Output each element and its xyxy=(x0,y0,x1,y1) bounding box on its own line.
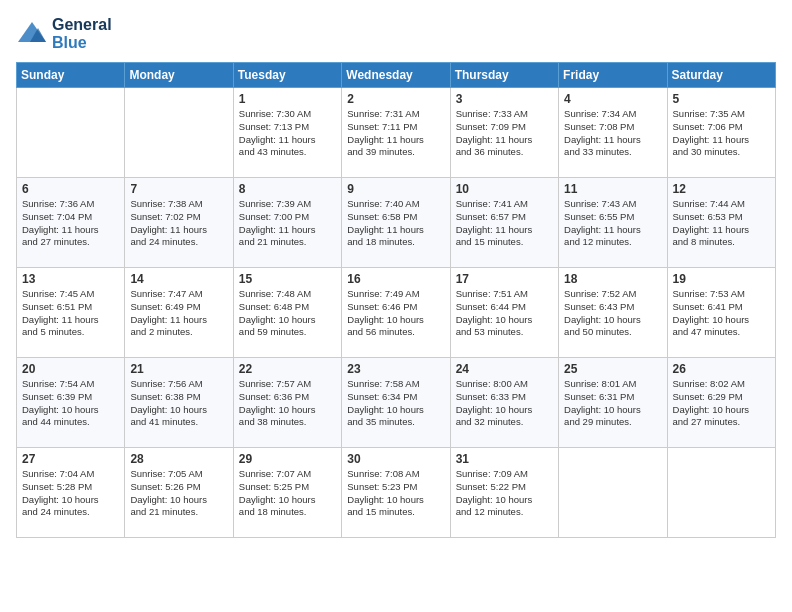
calendar-cell: 12Sunrise: 7:44 AM Sunset: 6:53 PM Dayli… xyxy=(667,178,775,268)
week-row-1: 1Sunrise: 7:30 AM Sunset: 7:13 PM Daylig… xyxy=(17,88,776,178)
day-info: Sunrise: 7:33 AM Sunset: 7:09 PM Dayligh… xyxy=(456,108,553,159)
calendar-header-row: SundayMondayTuesdayWednesdayThursdayFrid… xyxy=(17,63,776,88)
day-info: Sunrise: 7:34 AM Sunset: 7:08 PM Dayligh… xyxy=(564,108,661,159)
day-info: Sunrise: 7:40 AM Sunset: 6:58 PM Dayligh… xyxy=(347,198,444,249)
day-info: Sunrise: 7:31 AM Sunset: 7:11 PM Dayligh… xyxy=(347,108,444,159)
day-number: 5 xyxy=(673,92,770,106)
day-number: 19 xyxy=(673,272,770,286)
day-number: 24 xyxy=(456,362,553,376)
calendar-cell: 18Sunrise: 7:52 AM Sunset: 6:43 PM Dayli… xyxy=(559,268,667,358)
day-info: Sunrise: 7:07 AM Sunset: 5:25 PM Dayligh… xyxy=(239,468,336,519)
day-number: 25 xyxy=(564,362,661,376)
calendar-cell: 1Sunrise: 7:30 AM Sunset: 7:13 PM Daylig… xyxy=(233,88,341,178)
logo-text: General Blue xyxy=(52,16,112,52)
day-info: Sunrise: 7:47 AM Sunset: 6:49 PM Dayligh… xyxy=(130,288,227,339)
calendar-cell: 27Sunrise: 7:04 AM Sunset: 5:28 PM Dayli… xyxy=(17,448,125,538)
day-number: 29 xyxy=(239,452,336,466)
calendar-cell: 31Sunrise: 7:09 AM Sunset: 5:22 PM Dayli… xyxy=(450,448,558,538)
calendar-cell: 15Sunrise: 7:48 AM Sunset: 6:48 PM Dayli… xyxy=(233,268,341,358)
day-number: 30 xyxy=(347,452,444,466)
column-header-wednesday: Wednesday xyxy=(342,63,450,88)
day-info: Sunrise: 7:38 AM Sunset: 7:02 PM Dayligh… xyxy=(130,198,227,249)
day-number: 28 xyxy=(130,452,227,466)
day-info: Sunrise: 7:48 AM Sunset: 6:48 PM Dayligh… xyxy=(239,288,336,339)
column-header-sunday: Sunday xyxy=(17,63,125,88)
day-number: 22 xyxy=(239,362,336,376)
page-header: General Blue xyxy=(16,16,776,52)
calendar-cell: 11Sunrise: 7:43 AM Sunset: 6:55 PM Dayli… xyxy=(559,178,667,268)
calendar-cell: 5Sunrise: 7:35 AM Sunset: 7:06 PM Daylig… xyxy=(667,88,775,178)
week-row-2: 6Sunrise: 7:36 AM Sunset: 7:04 PM Daylig… xyxy=(17,178,776,268)
day-info: Sunrise: 7:51 AM Sunset: 6:44 PM Dayligh… xyxy=(456,288,553,339)
calendar-cell: 19Sunrise: 7:53 AM Sunset: 6:41 PM Dayli… xyxy=(667,268,775,358)
day-info: Sunrise: 7:36 AM Sunset: 7:04 PM Dayligh… xyxy=(22,198,119,249)
day-info: Sunrise: 7:58 AM Sunset: 6:34 PM Dayligh… xyxy=(347,378,444,429)
calendar-cell: 4Sunrise: 7:34 AM Sunset: 7:08 PM Daylig… xyxy=(559,88,667,178)
day-number: 16 xyxy=(347,272,444,286)
column-header-friday: Friday xyxy=(559,63,667,88)
week-row-5: 27Sunrise: 7:04 AM Sunset: 5:28 PM Dayli… xyxy=(17,448,776,538)
week-row-4: 20Sunrise: 7:54 AM Sunset: 6:39 PM Dayli… xyxy=(17,358,776,448)
day-info: Sunrise: 7:45 AM Sunset: 6:51 PM Dayligh… xyxy=(22,288,119,339)
day-number: 10 xyxy=(456,182,553,196)
day-number: 20 xyxy=(22,362,119,376)
calendar-cell xyxy=(559,448,667,538)
day-info: Sunrise: 7:05 AM Sunset: 5:26 PM Dayligh… xyxy=(130,468,227,519)
day-number: 1 xyxy=(239,92,336,106)
day-info: Sunrise: 8:02 AM Sunset: 6:29 PM Dayligh… xyxy=(673,378,770,429)
calendar-cell: 8Sunrise: 7:39 AM Sunset: 7:00 PM Daylig… xyxy=(233,178,341,268)
day-number: 26 xyxy=(673,362,770,376)
day-info: Sunrise: 7:09 AM Sunset: 5:22 PM Dayligh… xyxy=(456,468,553,519)
calendar-cell: 23Sunrise: 7:58 AM Sunset: 6:34 PM Dayli… xyxy=(342,358,450,448)
calendar-cell: 14Sunrise: 7:47 AM Sunset: 6:49 PM Dayli… xyxy=(125,268,233,358)
logo-icon xyxy=(16,20,48,48)
day-info: Sunrise: 8:01 AM Sunset: 6:31 PM Dayligh… xyxy=(564,378,661,429)
logo: General Blue xyxy=(16,16,112,52)
day-info: Sunrise: 7:30 AM Sunset: 7:13 PM Dayligh… xyxy=(239,108,336,159)
calendar-cell: 25Sunrise: 8:01 AM Sunset: 6:31 PM Dayli… xyxy=(559,358,667,448)
calendar-cell: 26Sunrise: 8:02 AM Sunset: 6:29 PM Dayli… xyxy=(667,358,775,448)
calendar-cell: 6Sunrise: 7:36 AM Sunset: 7:04 PM Daylig… xyxy=(17,178,125,268)
day-number: 3 xyxy=(456,92,553,106)
day-number: 12 xyxy=(673,182,770,196)
day-info: Sunrise: 7:54 AM Sunset: 6:39 PM Dayligh… xyxy=(22,378,119,429)
calendar-table: SundayMondayTuesdayWednesdayThursdayFrid… xyxy=(16,62,776,538)
day-number: 17 xyxy=(456,272,553,286)
day-info: Sunrise: 7:56 AM Sunset: 6:38 PM Dayligh… xyxy=(130,378,227,429)
day-info: Sunrise: 7:44 AM Sunset: 6:53 PM Dayligh… xyxy=(673,198,770,249)
day-number: 9 xyxy=(347,182,444,196)
day-info: Sunrise: 7:39 AM Sunset: 7:00 PM Dayligh… xyxy=(239,198,336,249)
calendar-cell: 28Sunrise: 7:05 AM Sunset: 5:26 PM Dayli… xyxy=(125,448,233,538)
week-row-3: 13Sunrise: 7:45 AM Sunset: 6:51 PM Dayli… xyxy=(17,268,776,358)
day-number: 6 xyxy=(22,182,119,196)
day-info: Sunrise: 8:00 AM Sunset: 6:33 PM Dayligh… xyxy=(456,378,553,429)
day-info: Sunrise: 7:35 AM Sunset: 7:06 PM Dayligh… xyxy=(673,108,770,159)
day-info: Sunrise: 7:43 AM Sunset: 6:55 PM Dayligh… xyxy=(564,198,661,249)
calendar-cell: 17Sunrise: 7:51 AM Sunset: 6:44 PM Dayli… xyxy=(450,268,558,358)
calendar-cell: 3Sunrise: 7:33 AM Sunset: 7:09 PM Daylig… xyxy=(450,88,558,178)
day-number: 15 xyxy=(239,272,336,286)
day-number: 14 xyxy=(130,272,227,286)
calendar-cell xyxy=(667,448,775,538)
day-number: 21 xyxy=(130,362,227,376)
day-number: 23 xyxy=(347,362,444,376)
column-header-monday: Monday xyxy=(125,63,233,88)
calendar-cell: 24Sunrise: 8:00 AM Sunset: 6:33 PM Dayli… xyxy=(450,358,558,448)
calendar-cell xyxy=(125,88,233,178)
day-number: 8 xyxy=(239,182,336,196)
calendar-cell: 16Sunrise: 7:49 AM Sunset: 6:46 PM Dayli… xyxy=(342,268,450,358)
calendar-cell: 21Sunrise: 7:56 AM Sunset: 6:38 PM Dayli… xyxy=(125,358,233,448)
column-header-tuesday: Tuesday xyxy=(233,63,341,88)
day-info: Sunrise: 7:53 AM Sunset: 6:41 PM Dayligh… xyxy=(673,288,770,339)
calendar-cell: 10Sunrise: 7:41 AM Sunset: 6:57 PM Dayli… xyxy=(450,178,558,268)
calendar-cell: 7Sunrise: 7:38 AM Sunset: 7:02 PM Daylig… xyxy=(125,178,233,268)
calendar-cell: 9Sunrise: 7:40 AM Sunset: 6:58 PM Daylig… xyxy=(342,178,450,268)
day-info: Sunrise: 7:41 AM Sunset: 6:57 PM Dayligh… xyxy=(456,198,553,249)
day-info: Sunrise: 7:52 AM Sunset: 6:43 PM Dayligh… xyxy=(564,288,661,339)
column-header-saturday: Saturday xyxy=(667,63,775,88)
day-number: 4 xyxy=(564,92,661,106)
day-info: Sunrise: 7:04 AM Sunset: 5:28 PM Dayligh… xyxy=(22,468,119,519)
day-number: 13 xyxy=(22,272,119,286)
day-number: 31 xyxy=(456,452,553,466)
day-number: 18 xyxy=(564,272,661,286)
